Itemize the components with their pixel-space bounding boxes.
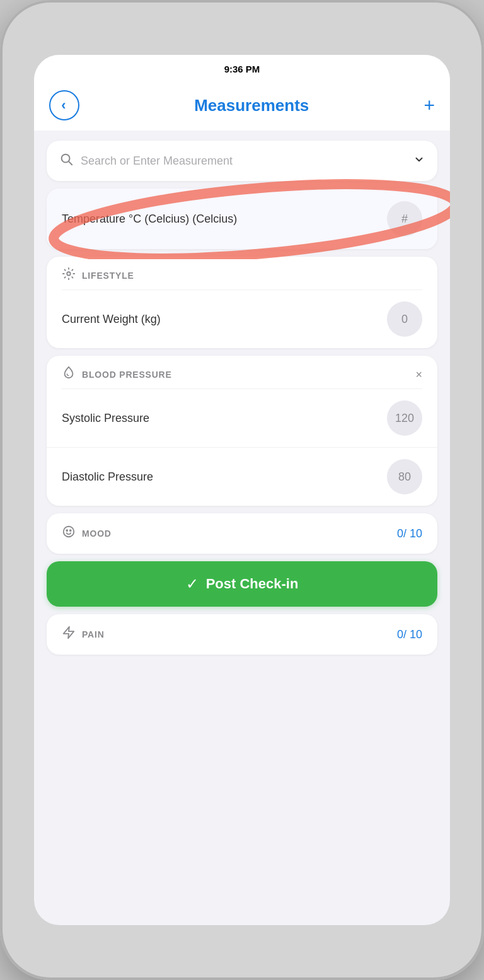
diastolic-row[interactable]: Diastolic Pressure 80 bbox=[47, 447, 437, 506]
mood-icon bbox=[62, 525, 76, 542]
temperature-card: Temperature °C (Celcius) (Celcius) # bbox=[47, 189, 437, 249]
blood-pressure-icon bbox=[62, 366, 76, 383]
content-area: Search or Enter Measurement Temperature … bbox=[34, 131, 450, 925]
diastolic-input[interactable]: 80 bbox=[387, 459, 422, 494]
lifestyle-card: LIFESTYLE Current Weight (kg) 0 bbox=[47, 257, 437, 348]
status-time: 9:36 PM bbox=[224, 64, 260, 74]
page-title: Measurements bbox=[194, 96, 309, 115]
temperature-input[interactable]: # bbox=[387, 201, 422, 236]
add-button[interactable]: + bbox=[424, 95, 435, 116]
diastolic-label: Diastolic Pressure bbox=[62, 470, 153, 484]
pain-score: 0/ 10 bbox=[397, 628, 422, 641]
temperature-label: Temperature °C (Celcius) (Celcius) bbox=[62, 213, 237, 226]
mood-header-left: MOOD bbox=[62, 525, 112, 542]
bp-section-title: BLOOD PRESSURE bbox=[82, 370, 172, 380]
search-icon bbox=[59, 152, 73, 170]
post-checkin-checkmark: ✓ bbox=[186, 575, 199, 593]
systolic-row[interactable]: Systolic Pressure 120 bbox=[47, 389, 437, 447]
phone-screen: 9:36 PM ‹ Measurements + Search or Enter… bbox=[34, 55, 450, 925]
bp-close-button[interactable]: × bbox=[415, 368, 422, 382]
search-placeholder: Search or Enter Measurement bbox=[81, 155, 406, 168]
weight-input[interactable]: 0 bbox=[387, 301, 422, 337]
lifestyle-header-left: LIFESTYLE bbox=[62, 267, 134, 284]
lifestyle-section-title: LIFESTYLE bbox=[82, 271, 134, 281]
lifestyle-icon bbox=[62, 267, 76, 284]
pain-section-title: PAIN bbox=[82, 629, 105, 639]
bp-header-left: BLOOD PRESSURE bbox=[62, 366, 172, 383]
mood-row[interactable]: MOOD 0/ 10 bbox=[47, 513, 437, 554]
temperature-row[interactable]: Temperature °C (Celcius) (Celcius) # bbox=[47, 189, 437, 249]
mood-score: 0/ 10 bbox=[397, 527, 422, 540]
phone-frame: 9:36 PM ‹ Measurements + Search or Enter… bbox=[0, 0, 484, 980]
pain-icon bbox=[62, 626, 76, 643]
svg-point-3 bbox=[67, 272, 71, 276]
post-checkin-button[interactable]: ✓ Post Check-in bbox=[47, 561, 437, 607]
search-bar[interactable]: Search or Enter Measurement bbox=[47, 141, 437, 181]
search-chevron-icon bbox=[413, 154, 425, 168]
header: ‹ Measurements + bbox=[34, 83, 450, 131]
weight-label: Current Weight (kg) bbox=[62, 313, 161, 326]
pain-header-left: PAIN bbox=[62, 626, 105, 643]
svg-marker-7 bbox=[64, 627, 74, 638]
back-chevron-icon: ‹ bbox=[61, 98, 66, 112]
weight-row[interactable]: Current Weight (kg) 0 bbox=[47, 290, 437, 348]
blood-pressure-card: BLOOD PRESSURE × Systolic Pressure 120 D… bbox=[47, 356, 437, 506]
pain-card: PAIN 0/ 10 bbox=[47, 614, 437, 655]
status-bar: 9:36 PM bbox=[34, 55, 450, 83]
svg-point-5 bbox=[66, 530, 67, 531]
back-button[interactable]: ‹ bbox=[49, 90, 79, 120]
post-checkin-label: Post Check-in bbox=[206, 576, 299, 592]
svg-point-4 bbox=[64, 527, 74, 537]
svg-line-1 bbox=[69, 161, 72, 165]
systolic-input[interactable]: 120 bbox=[387, 400, 422, 436]
lifestyle-section-header: LIFESTYLE bbox=[47, 257, 437, 289]
mood-section-title: MOOD bbox=[82, 528, 112, 539]
systolic-label: Systolic Pressure bbox=[62, 412, 149, 425]
temperature-section-wrap: Temperature °C (Celcius) (Celcius) # bbox=[47, 189, 437, 249]
mood-card: MOOD 0/ 10 bbox=[47, 513, 437, 554]
svg-point-6 bbox=[70, 530, 71, 531]
bp-section-header: BLOOD PRESSURE × bbox=[47, 356, 437, 388]
pain-row[interactable]: PAIN 0/ 10 bbox=[47, 614, 437, 655]
